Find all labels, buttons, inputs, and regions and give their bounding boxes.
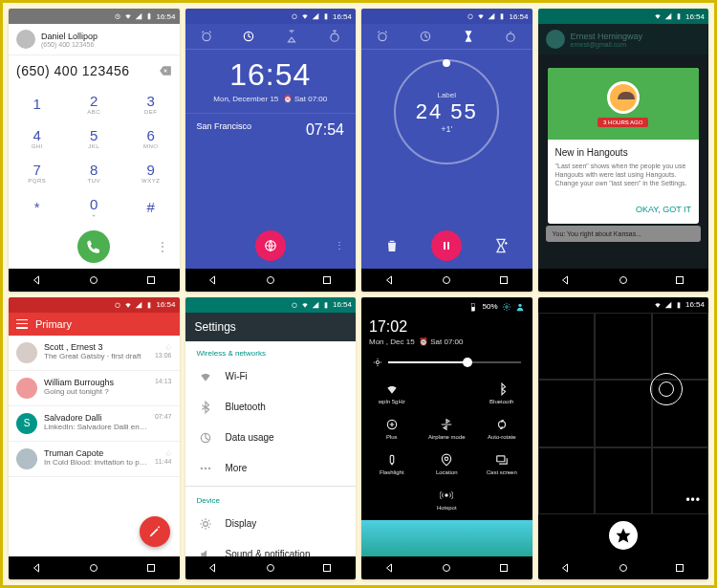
- qs-header: 50%: [361, 297, 532, 316]
- home-icon[interactable]: [265, 274, 276, 286]
- brightness-slider[interactable]: [361, 352, 532, 373]
- avatar: [16, 448, 37, 469]
- status-time: 16:54: [333, 12, 352, 21]
- backspace-icon[interactable]: [159, 64, 172, 77]
- alarm-tab-icon[interactable]: [376, 30, 389, 43]
- keypad-key-5[interactable]: 5JKL: [66, 120, 123, 155]
- qs-tile[interactable]: Location: [421, 447, 474, 481]
- timer-tab-icon[interactable]: [462, 30, 475, 43]
- qs-time: 17:02: [361, 316, 532, 338]
- world-clock-fab[interactable]: [255, 230, 286, 261]
- keypad-key-3[interactable]: 3DEF: [122, 86, 180, 120]
- user-icon[interactable]: [515, 302, 525, 312]
- back-icon[interactable]: [32, 562, 43, 574]
- call-button[interactable]: [77, 230, 110, 263]
- recents-icon[interactable]: [498, 562, 510, 574]
- keypad-key-4[interactable]: 4GHI: [9, 120, 66, 155]
- contact-suggestion[interactable]: Daniel Lollipop (650) 400 123456: [9, 24, 180, 55]
- wifi-item[interactable]: Wi-Fi: [185, 361, 357, 392]
- qs-tile[interactable]: Cast screen: [475, 447, 529, 481]
- home-icon[interactable]: [441, 562, 452, 574]
- keypad-key-1[interactable]: 1: [9, 86, 66, 120]
- home-icon[interactable]: [618, 274, 629, 286]
- overflow-icon[interactable]: ⋮: [157, 240, 168, 253]
- bluetooth-item[interactable]: Bluetooth: [185, 392, 357, 423]
- nav-bar: [361, 269, 532, 292]
- svg-point-17: [507, 33, 514, 41]
- menu-icon[interactable]: [16, 319, 28, 329]
- email-item[interactable]: SSalvadore DalliLinkedIn: Salvadore Dall…: [9, 406, 180, 442]
- qs-tile[interactable]: Bluetooth: [475, 377, 529, 410]
- qs-tile[interactable]: Plus: [365, 412, 419, 446]
- clock-tab-icon[interactable]: [419, 30, 432, 43]
- back-icon[interactable]: [384, 562, 396, 574]
- svg-rect-21: [500, 276, 507, 283]
- viewfinder[interactable]: •••: [538, 313, 709, 515]
- keypad-key-9[interactable]: 9WXYZ: [122, 155, 180, 189]
- home-icon[interactable]: [88, 274, 99, 286]
- data-icon: [199, 431, 212, 445]
- settings-icon[interactable]: [502, 302, 511, 312]
- dialog-scrim[interactable]: 3 HOURS AGO New in Hangouts "Last seen" …: [538, 24, 709, 269]
- recents-icon[interactable]: [321, 274, 333, 286]
- back-icon[interactable]: [207, 274, 219, 286]
- keypad-key-#[interactable]: #: [122, 189, 180, 224]
- camera-screen: 16:54 •••: [538, 297, 709, 580]
- recents-icon[interactable]: [145, 562, 157, 574]
- email-item[interactable]: Truman CapoteIn Cold Blood: invitation t…: [9, 442, 180, 477]
- home-icon[interactable]: [618, 562, 629, 574]
- back-icon[interactable]: [207, 562, 219, 574]
- world-clock-row[interactable]: San Francisco 07:54: [185, 113, 357, 146]
- back-icon[interactable]: [32, 274, 43, 286]
- compose-fab[interactable]: [140, 516, 170, 547]
- status-time: 16:54: [685, 300, 705, 309]
- keypad-key-8[interactable]: 8TUV: [66, 155, 123, 189]
- stopwatch-tab-icon[interactable]: [504, 30, 517, 43]
- home-icon[interactable]: [265, 562, 276, 574]
- delete-icon[interactable]: [384, 238, 400, 253]
- overflow-icon[interactable]: •••: [685, 493, 701, 507]
- more-item[interactable]: More: [185, 453, 357, 484]
- back-icon[interactable]: [384, 274, 396, 286]
- home-icon[interactable]: [88, 562, 99, 574]
- keypad-key-2[interactable]: 2ABC: [66, 86, 123, 120]
- email-item[interactable]: William BurroughsGoing out tonight ?14:1…: [9, 371, 180, 406]
- qs-tile[interactable]: wpln 5gHz: [365, 377, 419, 410]
- shutter-button[interactable]: [609, 521, 638, 550]
- recents-icon[interactable]: [145, 274, 157, 286]
- recents-icon[interactable]: [321, 562, 333, 574]
- data-usage-item[interactable]: Data usage: [185, 423, 357, 453]
- recents-icon[interactable]: [498, 274, 510, 286]
- back-icon[interactable]: [560, 562, 572, 574]
- timer-tab-icon[interactable]: [285, 30, 298, 43]
- alarm-tab-icon[interactable]: [200, 30, 213, 43]
- qs-tile[interactable]: Airplane mode: [421, 412, 474, 446]
- stopwatch-tab-icon[interactable]: [328, 30, 341, 43]
- pause-fab[interactable]: [431, 230, 462, 261]
- back-icon[interactable]: [560, 274, 572, 286]
- timer-dial[interactable]: Label 24 55 +1': [394, 59, 499, 164]
- got-it-button[interactable]: OKAY, GOT IT: [636, 205, 691, 214]
- add-timer-icon[interactable]: [493, 238, 509, 253]
- keypad-key-0[interactable]: 0+: [66, 189, 123, 224]
- qs-tile[interactable]: Flashlight: [365, 447, 419, 481]
- sound-item[interactable]: Sound & notification: [185, 539, 357, 557]
- clock-tab-icon[interactable]: [242, 30, 255, 43]
- recents-icon[interactable]: [674, 562, 685, 574]
- tile-label: wpln 5gHz: [379, 399, 405, 404]
- qs-tile[interactable]: Auto-rotate: [475, 412, 529, 446]
- overflow-icon[interactable]: ⋮: [335, 240, 344, 250]
- avatar: [16, 378, 37, 399]
- email-item[interactable]: Scott , Ernest 3The Great Gatsby · first…: [9, 336, 180, 371]
- display-item[interactable]: Display: [185, 509, 357, 539]
- timer-value: 24 55: [416, 99, 478, 124]
- keypad-key-*[interactable]: *: [9, 189, 66, 224]
- battery-icon: [145, 301, 153, 309]
- qs-tile[interactable]: Hotspot: [421, 483, 474, 516]
- keypad-key-6[interactable]: 6MNO: [122, 120, 180, 155]
- home-icon[interactable]: [441, 274, 452, 286]
- time: 14:13: [155, 378, 172, 384]
- recents-icon[interactable]: [674, 274, 685, 286]
- alarm-icon: [467, 12, 474, 20]
- keypad-key-7[interactable]: 7PQRS: [9, 155, 66, 189]
